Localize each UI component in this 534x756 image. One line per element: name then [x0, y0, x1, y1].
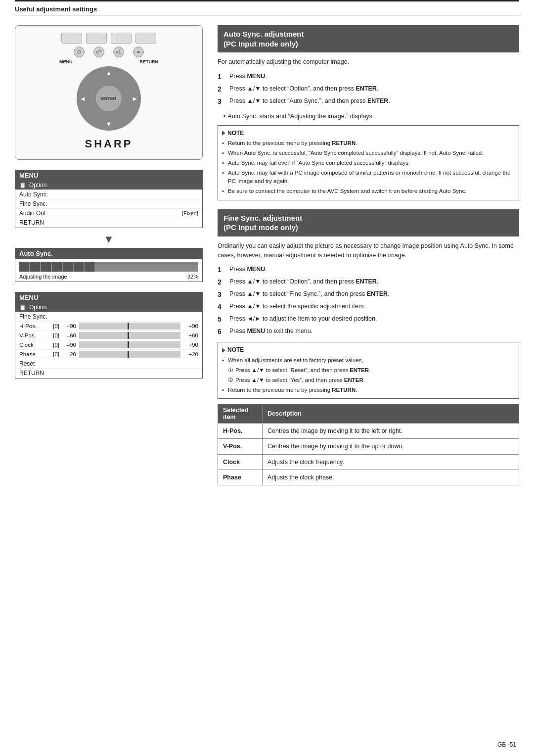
- fine-sync-step-1: 1 Press MENU.: [218, 265, 519, 275]
- menu1-row-option: 📋 Option: [15, 181, 202, 190]
- fine-note-num1-text: Press ▲/▼ to select “Reset”, and then pr…: [235, 366, 370, 375]
- note-item-2: • When Auto Sync. is successful, “Auto S…: [222, 149, 515, 158]
- fine-sync-step-3: 3 Press ▲/▼ to select “Fine Sync.”, and …: [218, 289, 519, 300]
- menu1-row-finesync: Fine Sync.: [15, 199, 202, 209]
- note-text-3: Auto Sync. may fail even if “Auto Sync c…: [228, 159, 410, 168]
- brand-label: SHARP: [85, 138, 133, 150]
- remote-icon-circle1: ⊙: [74, 47, 85, 57]
- fine-note-bullet-2: •: [222, 386, 226, 395]
- note-bullet-4: •: [222, 169, 226, 187]
- auto-sync-bullet: • Auto Sync. starts and “Adjusting the i…: [223, 112, 519, 121]
- note-item-3: • Auto Sync. may fail even if “Auto Sync…: [222, 159, 515, 168]
- menu1-audioout-value: [Fixed]: [182, 210, 198, 216]
- bar-seg-1: [19, 262, 29, 272]
- arrow-down: ▼: [15, 231, 203, 248]
- menu1-audioout-label: Audio Out: [19, 210, 45, 217]
- fine-clock-val0: [0]: [48, 342, 59, 348]
- table-desc-phase: Adjusts the clock phase.: [263, 470, 519, 485]
- remote-icon-circle2: e?: [93, 47, 104, 57]
- remote-menu-label: MENU: [59, 59, 73, 64]
- note-text-2: When Auto Sync. is successful, “Auto Syn…: [228, 149, 483, 158]
- fine-vpos-valmid: –60: [61, 332, 76, 338]
- autosync-bar-row: [15, 259, 202, 273]
- page-header-title: Useful adjustment settings: [15, 5, 97, 13]
- autosync-status-row: Adjusting the image 32%: [15, 273, 202, 282]
- fine-step5-text: Press ◄/► to adjust the item to your des…: [229, 314, 519, 325]
- fine-phase-thumb: [128, 351, 129, 358]
- bar-seg-3: [41, 262, 51, 272]
- menu1-option-label: Option: [29, 182, 46, 189]
- fine-sync-note-box: NOTE • When all adjustments are set to f…: [218, 342, 519, 399]
- left-column: ⊙ e? e1 ≡ MENU RETURN ▲ ▼ ◄ ► ENTER: [15, 25, 203, 485]
- menu2-row-return: RETURN: [15, 369, 202, 378]
- fine-hpos-thumb: [128, 323, 129, 330]
- note-text-1: Return to the previous menu by pressing …: [228, 139, 357, 148]
- fine-phase-slider[interactable]: [78, 351, 181, 358]
- fine-row-phase: Phase [0] –20 +20: [15, 350, 202, 359]
- menu2-box: MENU 📋 Option Fine Sync. H-Pos. [0] –90: [15, 292, 203, 378]
- auto-sync-intro: For automatically adjusting the computer…: [218, 57, 519, 67]
- table-row: H-Pos. Centres the image by moving it to…: [218, 424, 519, 439]
- fine-row-clock: Clock [0] –90 +90: [15, 340, 202, 350]
- bar-seg-4: [52, 262, 62, 272]
- fine-sync-step-5: 5 Press ◄/► to adjust the item to your d…: [218, 314, 519, 325]
- menu1-return-label: RETURN: [19, 219, 44, 226]
- autosync-header: Auto Sync.: [15, 248, 202, 259]
- menu2-reset-label: Reset: [19, 360, 35, 367]
- fine-clock-label: Clock: [19, 342, 46, 348]
- table-row: Clock Adjusts the clock frequency.: [218, 454, 519, 470]
- remote-control: ⊙ e? e1 ≡ MENU RETURN ▲ ▼ ◄ ► ENTER: [15, 25, 203, 160]
- fine-step1-num: 1: [218, 265, 227, 275]
- auto-sync-steps: 1 Press MENU. 2 Press ▲/▼ to select “Opt…: [218, 72, 519, 107]
- menu1-row-return: RETURN: [15, 218, 202, 228]
- fine-phase-label: Phase: [19, 351, 46, 357]
- remote-dpad: ▲ ▼ ◄ ► ENTER: [77, 66, 141, 131]
- menu1-header: MENU: [15, 170, 202, 181]
- fine-step2-num: 2: [218, 277, 227, 287]
- fine-clock-slider[interactable]: [78, 341, 181, 348]
- step2-text: Press ▲/▼ to select “Option”, and then p…: [229, 84, 519, 94]
- menu1-box: MENU 📋 Option Auto Sync. Fine Sync. Audi…: [15, 170, 203, 228]
- table-header-row: Selected item Description: [218, 404, 519, 424]
- note-bullet-3: •: [222, 159, 226, 168]
- fine-vpos-slider[interactable]: [78, 332, 181, 339]
- fine-clock-valmax: +90: [183, 342, 198, 348]
- bar-seg-2: [30, 262, 40, 272]
- note-label: NOTE: [227, 129, 244, 138]
- fine-hpos-slider[interactable]: [78, 323, 181, 330]
- remote-btn-2: [86, 33, 107, 44]
- dpad-right-arrow: ►: [132, 95, 138, 102]
- note-header: NOTE: [222, 129, 515, 138]
- fine-step6-num: 6: [218, 327, 227, 337]
- fine-vpos-track: [79, 332, 180, 339]
- menu1-finesync-label: Fine Sync.: [19, 200, 47, 207]
- auto-sync-step-3: 3 Press ▲/▼ to select “Auto Sync.”, and …: [218, 96, 519, 107]
- fine-phase-track: [79, 351, 180, 358]
- content-area: ⊙ e? e1 ≡ MENU RETURN ▲ ▼ ◄ ► ENTER: [0, 15, 534, 495]
- fine-step4-text: Press ▲/▼ to select the specific adjustm…: [229, 302, 519, 312]
- fine-step3-text: Press ▲/▼ to select “Fine Sync.”, and th…: [229, 289, 519, 300]
- fine-hpos-val0: [0]: [48, 323, 59, 329]
- fine-vpos-valmax: +60: [183, 332, 198, 338]
- note-text-4: Auto Sync. may fail with a PC image comp…: [228, 169, 515, 187]
- menu1-row-autosync: Auto Sync.: [15, 190, 202, 199]
- dpad-enter-button[interactable]: ENTER: [96, 86, 122, 111]
- note-item-1: • Return to the previous menu by pressin…: [222, 139, 515, 148]
- remote-icon-circle3: e1: [113, 47, 124, 57]
- fine-step5-num: 5: [218, 314, 227, 325]
- fine-note-text-2: Return to the previous menu by pressing …: [228, 386, 357, 395]
- fine-phase-val0: [0]: [48, 351, 59, 357]
- fine-step2-text: Press ▲/▼ to select “Option”, and then p…: [229, 277, 519, 287]
- remote-top-buttons: [61, 33, 156, 44]
- table-row: V-Pos. Centres the image by moving it to…: [218, 439, 519, 454]
- dpad-up-arrow: ▲: [106, 69, 112, 77]
- note-triangle-icon: [222, 131, 225, 136]
- fine-note-item-1: • When all adjustments are set to factor…: [222, 356, 515, 365]
- fine-sync-intro: Ordinarily you can easily adjust the pic…: [218, 241, 519, 260]
- fine-clock-track: [79, 341, 180, 348]
- remote-btn-3: [111, 33, 132, 44]
- dpad-down-arrow: ▼: [106, 120, 112, 128]
- fine-note-num-2: ②: [228, 376, 233, 385]
- description-table: Selected item Description H-Pos. Centres…: [218, 404, 519, 485]
- step3-num: 3: [218, 96, 227, 107]
